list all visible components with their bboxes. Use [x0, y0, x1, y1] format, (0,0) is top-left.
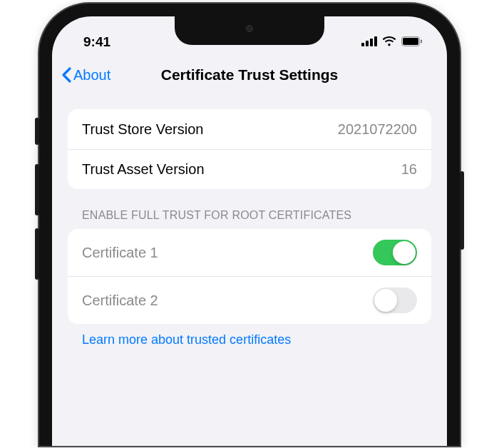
svg-rect-5 — [403, 38, 418, 45]
svg-rect-3 — [374, 36, 377, 46]
row-value: 2021072200 — [338, 121, 417, 138]
notch — [175, 16, 324, 45]
battery-icon — [401, 34, 423, 50]
certificate-label: Certificate 1 — [82, 245, 158, 261]
wifi-icon — [382, 34, 396, 50]
row-label: Trust Store Version — [82, 121, 203, 138]
side-button-vol-up — [35, 164, 39, 215]
navigation-bar: About Certificate Trust Settings — [52, 56, 447, 96]
svg-rect-0 — [361, 43, 364, 46]
certificate-1-toggle[interactable] — [373, 240, 417, 265]
front-camera — [246, 25, 253, 32]
screen: 9:41 About Certificate Trust Se — [52, 16, 447, 446]
trust-asset-version-row: Trust Asset Version 16 — [68, 149, 431, 189]
chevron-left-icon — [61, 66, 72, 83]
side-button-mute — [35, 118, 39, 145]
trust-store-version-row: Trust Store Version 2021072200 — [68, 109, 431, 149]
svg-rect-2 — [370, 39, 373, 46]
device-frame: 9:41 About Certificate Trust Se — [39, 4, 460, 446]
svg-rect-1 — [366, 41, 369, 46]
back-button[interactable]: About — [61, 66, 110, 83]
row-value: 16 — [401, 161, 417, 178]
certificate-row-2: Certificate 2 — [68, 276, 431, 324]
certificate-row-1: Certificate 1 — [68, 229, 431, 276]
cellular-icon — [361, 34, 377, 50]
side-button-vol-down — [35, 228, 39, 280]
section-header: ENABLE FULL TRUST FOR ROOT CERTIFICATES — [68, 189, 431, 229]
certificate-label: Certificate 2 — [82, 292, 158, 309]
row-label: Trust Asset Version — [82, 161, 205, 178]
svg-rect-6 — [421, 40, 422, 44]
page-title: Certificate Trust Settings — [161, 66, 339, 83]
learn-more-link[interactable]: Learn more about trusted certificates — [68, 324, 431, 356]
side-button-power — [460, 171, 464, 250]
certificates-group: Certificate 1 Certificate 2 — [68, 229, 431, 324]
info-group: Trust Store Version 2021072200 Trust Ass… — [68, 109, 431, 189]
certificate-2-toggle[interactable] — [373, 287, 417, 313]
content-area: Trust Store Version 2021072200 Trust Ass… — [52, 96, 447, 356]
status-time: 9:41 — [83, 34, 110, 50]
back-label: About — [73, 67, 110, 83]
